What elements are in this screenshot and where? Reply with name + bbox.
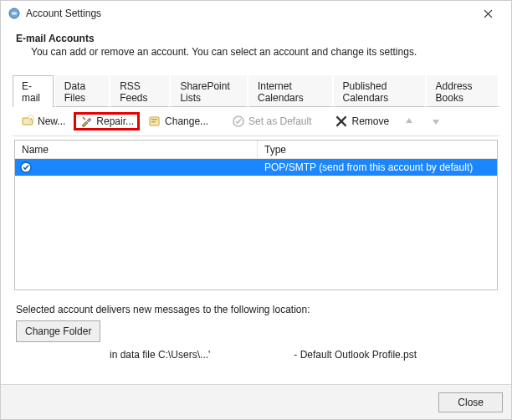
- move-down-button: [424, 113, 448, 130]
- column-name[interactable]: Name: [15, 141, 258, 158]
- set-default-button: Set as Default: [227, 113, 316, 130]
- tab-data-files[interactable]: Data Files: [55, 75, 109, 107]
- default-check-icon: [20, 161, 32, 173]
- new-icon: ✦: [21, 115, 34, 128]
- arrow-up-icon: [402, 115, 416, 128]
- svg-rect-9: [151, 121, 156, 123]
- remove-icon: [335, 115, 348, 128]
- window-title: Account Settings: [26, 8, 101, 19]
- close-button[interactable]: Close: [438, 392, 503, 412]
- tab-published-calendars[interactable]: Published Calendars: [334, 75, 425, 107]
- toolbar: ✦ New... Repair...: [13, 107, 499, 136]
- account-row-type: POP/SMTP (send from this account by defa…: [258, 161, 497, 173]
- tab-rss-feeds[interactable]: RSS Feeds: [110, 75, 169, 107]
- column-type[interactable]: Type: [258, 141, 497, 158]
- repair-icon: [79, 115, 93, 128]
- header-title: E-mail Accounts: [16, 33, 496, 44]
- header-block: E-mail Accounts You can add or remove an…: [1, 26, 511, 69]
- set-default-icon: [232, 115, 245, 128]
- location-path: in data file C:\Users\...': [110, 349, 210, 361]
- tab-internet-calendars[interactable]: Internet Calendars: [248, 75, 332, 107]
- change-button[interactable]: Change...: [143, 113, 213, 130]
- svg-rect-8: [151, 119, 157, 120]
- window-close-button[interactable]: [471, 1, 504, 26]
- set-default-label: Set as Default: [248, 115, 311, 127]
- accounts-list: Name Type POP/SMTP (send from this accou…: [14, 140, 498, 290]
- arrow-down-icon: [429, 115, 443, 128]
- footer-info: Selected account delivers new messages t…: [13, 290, 499, 367]
- list-header: Name Type: [15, 141, 497, 159]
- new-label: New...: [38, 115, 65, 127]
- svg-text:✦: ✦: [29, 116, 33, 121]
- tab-address-books[interactable]: Address Books: [427, 75, 498, 107]
- change-label: Change...: [165, 115, 208, 127]
- tabs-row: E-mail Data Files RSS Feeds SharePoint L…: [13, 74, 499, 107]
- tab-sharepoint-lists[interactable]: SharePoint Lists: [171, 75, 247, 107]
- header-description: You can add or remove an account. You ca…: [31, 46, 496, 58]
- account-settings-window: Account Settings E-mail Accounts You can…: [0, 0, 512, 420]
- app-icon: [8, 7, 21, 20]
- bottom-bar: Close: [1, 384, 511, 419]
- change-folder-button[interactable]: Change Folder: [16, 320, 100, 342]
- remove-label: Remove: [351, 115, 389, 127]
- close-icon: [484, 9, 493, 18]
- new-button[interactable]: ✦ New...: [16, 113, 70, 130]
- remove-button[interactable]: Remove: [330, 113, 394, 130]
- change-icon: [148, 115, 161, 128]
- svg-line-6: [83, 117, 85, 120]
- delivers-text: Selected account delivers new messages t…: [16, 304, 496, 315]
- account-row-name: [15, 161, 258, 173]
- repair-label: Repair...: [96, 115, 134, 127]
- move-up-button: [397, 113, 421, 130]
- tab-email[interactable]: E-mail: [13, 75, 54, 107]
- location-profile: - Default Outlook Profile.pst: [294, 349, 417, 361]
- account-row[interactable]: POP/SMTP (send from this account by defa…: [15, 159, 497, 176]
- location-line: in data file C:\Users\...' - Default Out…: [110, 349, 496, 361]
- content-area: E-mail Data Files RSS Feeds SharePoint L…: [1, 69, 511, 384]
- titlebar: Account Settings: [1, 1, 511, 26]
- repair-button[interactable]: Repair...: [74, 112, 140, 131]
